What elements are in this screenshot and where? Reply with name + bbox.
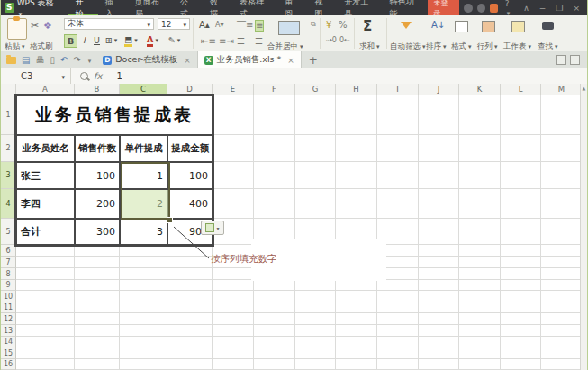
row-header-13[interactable]: 13 [1, 325, 16, 337]
underline-button[interactable]: U [91, 34, 103, 46]
column-header-l[interactable]: L [501, 84, 541, 95]
column-header-f[interactable]: F [254, 84, 295, 95]
feedback-icon[interactable] [490, 4, 498, 13]
tab-close-icon[interactable]: × [184, 56, 191, 65]
cut-icon[interactable]: ✂ [31, 20, 39, 32]
row-header-11[interactable]: 11 [1, 302, 16, 313]
table-header-cell[interactable]: 单件提成 [120, 135, 167, 162]
italic-button[interactable]: I [78, 34, 90, 46]
menu-item[interactable]: 审阅 [277, 0, 307, 15]
tab-close-icon[interactable]: × [287, 56, 294, 65]
theme-icon[interactable] [477, 4, 485, 13]
align-top-icon[interactable]: ⎺≡ [237, 20, 253, 31]
percent-icon[interactable]: % [339, 20, 348, 30]
skin-icon[interactable] [464, 4, 472, 13]
table-header-cell[interactable]: 提成金额 [167, 135, 213, 162]
print-icon[interactable]: 🖶 [35, 55, 44, 65]
name-box-dropdown-icon[interactable] [59, 71, 65, 81]
menu-item[interactable]: 开始 [68, 0, 98, 15]
column-header-h[interactable]: H [336, 84, 377, 95]
active-cell-selection[interactable] [121, 162, 170, 220]
align-middle-icon[interactable]: ≡ [255, 20, 264, 32]
table-value-cell[interactable]: 100 [167, 162, 213, 189]
autofill-options-button[interactable]: ▾ [201, 221, 224, 235]
layout-icon[interactable] [556, 55, 566, 65]
fill-handle[interactable] [167, 217, 173, 223]
row-header-12[interactable]: 12 [1, 313, 16, 325]
align-right-icon[interactable]: ☰ [255, 36, 263, 46]
menu-item[interactable]: 特色功能 [382, 0, 427, 15]
autosum-icon[interactable]: Σ [363, 18, 372, 34]
font-size-select[interactable]: 12 [158, 18, 190, 30]
table-header-cell[interactable]: 业务员姓名 [16, 135, 75, 162]
undo-icon[interactable]: ↶ [60, 55, 68, 65]
menu-item[interactable]: 页面布局 [128, 0, 173, 15]
save-icon[interactable]: ▤ [22, 55, 30, 65]
currency-icon[interactable]: ¥ [326, 20, 331, 30]
row-header-9[interactable]: 9 [1, 280, 16, 291]
decrease-indent-icon[interactable]: ⇤≡ [201, 36, 216, 46]
wps-logo-icon[interactable]: S [5, 3, 14, 13]
column-header-k[interactable]: K [459, 84, 501, 95]
table-value-cell[interactable]: 100 [75, 162, 120, 189]
dialog-launcher-icon[interactable]: ⧉ [311, 20, 316, 29]
minimize-icon[interactable]: − [537, 4, 549, 13]
table-name-cell[interactable]: 合计 [16, 219, 75, 245]
highlight-icon[interactable]: ✎ [168, 34, 180, 46]
borders-icon[interactable]: ⊞ [105, 34, 117, 46]
increase-decimal-icon[interactable]: ⇢0 [326, 36, 337, 44]
row-header-16[interactable]: 16 [1, 359, 16, 370]
align-left-icon[interactable]: ☰ [237, 36, 245, 46]
table-header-cell[interactable]: 销售件数 [75, 135, 120, 162]
restore-icon[interactable]: ❐ [553, 4, 565, 13]
menu-item[interactable]: 表格样式 [232, 0, 277, 15]
name-box[interactable]: C3 [1, 68, 71, 84]
merge-center-icon[interactable] [278, 21, 300, 35]
table-value-cell[interactable]: 400 [167, 189, 213, 219]
table-title-cell[interactable]: 业务员销售提成表 [16, 95, 213, 135]
formula-input[interactable]: 1 [116, 71, 122, 81]
column-header-i[interactable]: I [377, 84, 419, 95]
worksheet-icon[interactable] [511, 21, 525, 32]
format-icon[interactable] [455, 21, 468, 32]
scroll-up-icon[interactable]: ▲ [581, 86, 587, 91]
rowcol-icon[interactable] [482, 21, 495, 32]
table-value-cell[interactable]: 300 [75, 219, 120, 245]
bold-button[interactable]: B [64, 34, 77, 48]
tab-sales-sheet[interactable]: X 业务员销售.xls * × [198, 51, 302, 68]
insert-function-icon[interactable] [80, 72, 88, 80]
tab-docer-template[interactable]: D Docer-在线模板 × [96, 51, 197, 68]
new-tab-button[interactable]: + [302, 54, 325, 67]
paste-icon[interactable] [7, 18, 27, 40]
table-name-cell[interactable]: 张三 [16, 162, 75, 189]
fill-color-icon[interactable]: ⬒ [125, 34, 137, 46]
row-header-10[interactable]: 10 [1, 291, 16, 302]
column-header-g[interactable]: G [295, 84, 336, 95]
row-header-15[interactable]: 15 [1, 347, 16, 359]
sheet-grid[interactable]: ABCDEFGHIJKLM12345678910111213141516业务员销… [1, 84, 583, 370]
vertical-scrollbar[interactable]: ▲ [580, 84, 587, 370]
menu-item[interactable]: 插入 [98, 0, 128, 15]
shrink-font-icon[interactable]: A▾ [215, 21, 224, 29]
menu-item[interactable]: 数据 [203, 0, 232, 15]
find-icon[interactable] [542, 22, 554, 30]
menu-item[interactable]: 视图 [307, 0, 337, 15]
table-value-cell[interactable]: 200 [75, 189, 120, 219]
font-name-select[interactable]: 宋体 [64, 18, 154, 30]
row-header-8[interactable]: 8 [1, 268, 16, 280]
decrease-decimal-icon[interactable]: 0⇠ [339, 36, 350, 44]
column-header-j[interactable]: J [419, 84, 459, 95]
column-header-e[interactable]: E [213, 84, 254, 95]
fx-icon[interactable]: fx [94, 71, 102, 81]
row-header-7[interactable]: 7 [1, 257, 16, 268]
increase-indent-icon[interactable]: ≡⇥ [219, 36, 234, 46]
menu-item[interactable]: 公式 [173, 0, 203, 15]
table-value-cell[interactable]: 3 [120, 219, 167, 245]
format-painter-icon[interactable]: ❖ [43, 20, 52, 32]
grow-font-icon[interactable]: A▴ [199, 20, 210, 30]
table-name-cell[interactable]: 李四 [16, 189, 75, 219]
collapse-ribbon-icon[interactable]: ∧ [520, 4, 532, 13]
open-icon[interactable] [6, 57, 16, 64]
row-header-14[interactable]: 14 [1, 337, 16, 347]
print-preview-icon[interactable]: ▯ [50, 55, 55, 65]
